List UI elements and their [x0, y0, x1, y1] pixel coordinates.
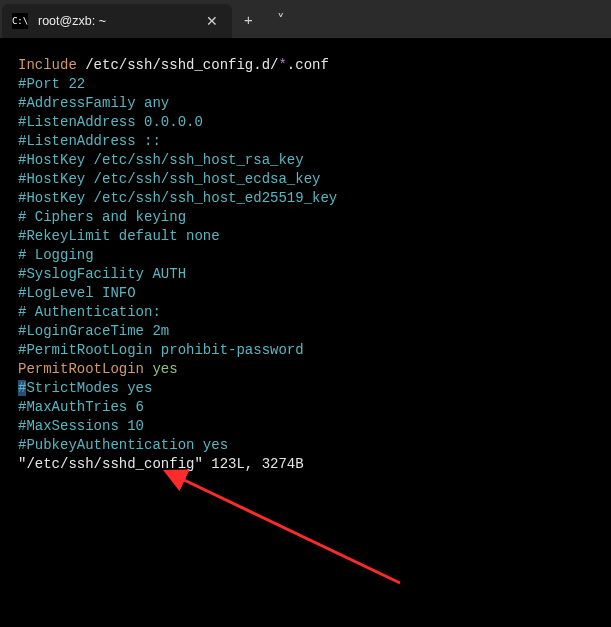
config-line: #ListenAddress :: [18, 132, 605, 151]
tab-title: root@zxb: ~ [38, 12, 192, 31]
config-line: # Authentication: [18, 303, 605, 322]
tab-close-button[interactable]: ✕ [202, 12, 222, 31]
config-line: # Logging [18, 246, 605, 265]
window-titlebar: C:\ root@zxb: ~ ✕ + ˅ [0, 0, 611, 38]
config-line: #ListenAddress 0.0.0.0 [18, 113, 605, 132]
config-line: #HostKey /etc/ssh/ssh_host_ecdsa_key [18, 170, 605, 189]
terminal-icon: C:\ [12, 13, 28, 29]
config-line: #HostKey /etc/ssh/ssh_host_rsa_key [18, 151, 605, 170]
config-line: #AddressFamily any [18, 94, 605, 113]
config-line: # Ciphers and keying [18, 208, 605, 227]
config-line: #MaxSessions 10 [18, 417, 605, 436]
terminal-tab[interactable]: C:\ root@zxb: ~ ✕ [2, 4, 232, 38]
config-line: #StrictModes yes [18, 379, 605, 398]
config-line: #PermitRootLogin prohibit-password [18, 341, 605, 360]
config-line: #PubkeyAuthentication yes [18, 436, 605, 455]
new-tab-button[interactable]: + [232, 10, 265, 29]
config-line: #SyslogFacility AUTH [18, 265, 605, 284]
config-line: Include /etc/ssh/sshd_config.d/*.conf [18, 56, 605, 75]
config-line: #RekeyLimit default none [18, 227, 605, 246]
config-line: #LogLevel INFO [18, 284, 605, 303]
terminal-content[interactable]: Include /etc/ssh/sshd_config.d/*.conf #P… [0, 38, 611, 627]
svg-line-1 [182, 479, 400, 583]
editor-status-line: "/etc/ssh/sshd_config" 123L, 3274B [18, 455, 605, 474]
config-line: #HostKey /etc/ssh/ssh_host_ed25519_key [18, 189, 605, 208]
config-line-permitrootlogin: PermitRootLogin yes [18, 360, 605, 379]
tab-dropdown-button[interactable]: ˅ [265, 10, 297, 29]
config-line: #LoginGraceTime 2m [18, 322, 605, 341]
config-line: #Port 22 [18, 75, 605, 94]
config-line: #MaxAuthTries 6 [18, 398, 605, 417]
